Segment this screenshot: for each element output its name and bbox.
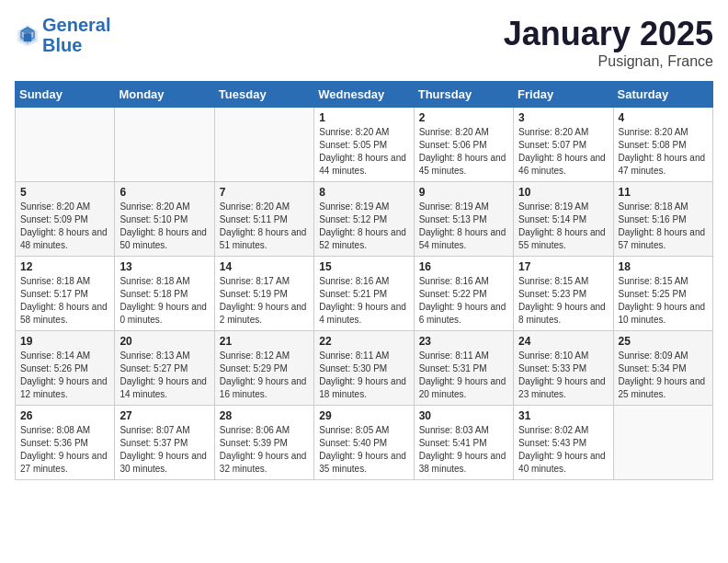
daylight-text: Daylight: 9 hours and 27 minutes. [20,451,108,474]
calendar-cell: 10 Sunrise: 8:19 AM Sunset: 5:14 PM Dayl… [514,182,613,257]
day-number: 22 [319,335,408,348]
daylight-text: Daylight: 9 hours and 18 minutes. [319,376,406,399]
day-info: Sunrise: 8:18 AM Sunset: 5:16 PM Dayligh… [619,201,708,252]
day-info: Sunrise: 8:20 AM Sunset: 5:05 PM Dayligh… [319,126,408,178]
sunset-text: Sunset: 5:22 PM [419,289,487,299]
sunset-text: Sunset: 5:13 PM [419,214,487,224]
day-number: 4 [619,111,708,124]
day-info: Sunrise: 8:15 AM Sunset: 5:23 PM Dayligh… [518,275,608,327]
day-info: Sunrise: 8:16 AM Sunset: 5:22 PM Dayligh… [419,275,508,327]
day-number: 26 [20,409,109,422]
calendar-cell: 6 Sunrise: 8:20 AM Sunset: 5:10 PM Dayli… [115,182,214,257]
sunrise-text: Sunrise: 8:02 AM [518,425,588,435]
daylight-text: Daylight: 8 hours and 51 minutes. [220,227,307,250]
daylight-text: Daylight: 8 hours and 48 minutes. [20,227,108,250]
calendar-cell: 20 Sunrise: 8:13 AM Sunset: 5:27 PM Dayl… [115,331,214,406]
sunrise-text: Sunrise: 8:18 AM [619,201,688,212]
day-header-wednesday: Wednesday [314,82,414,108]
logo-line1: General [42,15,110,35]
sunset-text: Sunset: 5:07 PM [518,140,586,150]
sunset-text: Sunset: 5:08 PM [619,140,687,150]
day-info: Sunrise: 8:14 AM Sunset: 5:26 PM Dayligh… [20,350,109,401]
day-info: Sunrise: 8:13 AM Sunset: 5:27 PM Dayligh… [119,350,209,401]
daylight-text: Daylight: 9 hours and 16 minutes. [220,376,307,399]
sunrise-text: Sunrise: 8:20 AM [220,201,290,212]
day-info: Sunrise: 8:18 AM Sunset: 5:18 PM Dayligh… [119,275,209,327]
day-number: 30 [419,409,508,422]
sunrise-text: Sunrise: 8:18 AM [119,276,189,286]
daylight-text: Daylight: 9 hours and 8 minutes. [518,302,606,325]
day-info: Sunrise: 8:19 AM Sunset: 5:14 PM Dayligh… [518,201,608,252]
sunset-text: Sunset: 5:27 PM [119,363,188,373]
day-number: 8 [319,186,408,199]
day-number: 29 [319,409,408,422]
calendar-cell: 29 Sunrise: 8:05 AM Sunset: 5:40 PM Dayl… [314,406,414,480]
day-number: 9 [419,186,508,199]
day-number: 10 [518,186,608,199]
sunrise-text: Sunrise: 8:20 AM [619,127,688,137]
day-number: 25 [619,335,708,348]
day-number: 27 [119,409,209,422]
calendar-cell: 5 Sunrise: 8:20 AM Sunset: 5:09 PM Dayli… [16,182,115,257]
calendar-cell: 16 Sunrise: 8:16 AM Sunset: 5:22 PM Dayl… [414,257,513,331]
day-number: 3 [518,111,608,124]
day-info: Sunrise: 8:08 AM Sunset: 5:36 PM Dayligh… [20,424,109,476]
day-header-saturday: Saturday [613,82,712,108]
daylight-text: Daylight: 9 hours and 10 minutes. [619,302,706,325]
daylight-text: Daylight: 8 hours and 54 minutes. [419,227,506,250]
calendar-cell: 9 Sunrise: 8:19 AM Sunset: 5:13 PM Dayli… [414,182,513,257]
daylight-text: Daylight: 8 hours and 57 minutes. [619,227,706,250]
day-header-friday: Friday [514,82,613,108]
day-info: Sunrise: 8:06 AM Sunset: 5:39 PM Dayligh… [220,424,309,476]
week-row-2: 5 Sunrise: 8:20 AM Sunset: 5:09 PM Dayli… [16,182,713,257]
sunset-text: Sunset: 5:37 PM [119,438,188,448]
day-info: Sunrise: 8:12 AM Sunset: 5:29 PM Dayligh… [220,350,309,401]
day-number: 11 [619,186,708,199]
day-info: Sunrise: 8:17 AM Sunset: 5:19 PM Dayligh… [220,275,309,327]
calendar-cell: 13 Sunrise: 8:18 AM Sunset: 5:18 PM Dayl… [115,257,214,331]
sunset-text: Sunset: 5:14 PM [518,214,586,224]
daylight-text: Daylight: 9 hours and 2 minutes. [220,302,307,325]
day-number: 24 [518,335,608,348]
day-info: Sunrise: 8:20 AM Sunset: 5:08 PM Dayligh… [619,126,708,178]
day-number: 28 [220,409,309,422]
calendar-cell: 23 Sunrise: 8:11 AM Sunset: 5:31 PM Dayl… [414,331,513,406]
sunrise-text: Sunrise: 8:20 AM [20,201,90,212]
sunset-text: Sunset: 5:16 PM [619,214,687,224]
calendar-cell: 19 Sunrise: 8:14 AM Sunset: 5:26 PM Dayl… [16,331,115,406]
daylight-text: Daylight: 8 hours and 52 minutes. [319,227,406,250]
sunset-text: Sunset: 5:06 PM [419,140,487,150]
day-info: Sunrise: 8:09 AM Sunset: 5:34 PM Dayligh… [619,350,708,401]
sunset-text: Sunset: 5:19 PM [220,289,288,299]
sunrise-text: Sunrise: 8:05 AM [319,425,389,435]
sunset-text: Sunset: 5:40 PM [319,438,387,448]
calendar-cell: 4 Sunrise: 8:20 AM Sunset: 5:08 PM Dayli… [613,108,712,182]
day-info: Sunrise: 8:19 AM Sunset: 5:13 PM Dayligh… [419,201,508,252]
sunrise-text: Sunrise: 8:14 AM [20,350,90,361]
sunrise-text: Sunrise: 8:10 AM [518,350,588,361]
daylight-text: Daylight: 9 hours and 38 minutes. [419,451,506,474]
daylight-text: Daylight: 8 hours and 44 minutes. [319,153,406,176]
page-header: General Blue January 2025 Pusignan, Fran… [15,15,713,70]
sunset-text: Sunset: 5:25 PM [619,289,687,299]
day-number: 17 [518,260,608,273]
day-info: Sunrise: 8:16 AM Sunset: 5:21 PM Dayligh… [319,275,408,327]
sunset-text: Sunset: 5:30 PM [319,363,387,373]
sunset-text: Sunset: 5:12 PM [319,214,387,224]
day-info: Sunrise: 8:15 AM Sunset: 5:25 PM Dayligh… [619,275,708,327]
day-header-tuesday: Tuesday [214,82,313,108]
logo: General Blue [15,15,110,55]
day-info: Sunrise: 8:03 AM Sunset: 5:41 PM Dayligh… [419,424,508,476]
sunset-text: Sunset: 5:36 PM [20,438,88,448]
sunset-text: Sunset: 5:41 PM [419,438,487,448]
daylight-text: Daylight: 8 hours and 47 minutes. [619,153,706,176]
day-info: Sunrise: 8:05 AM Sunset: 5:40 PM Dayligh… [319,424,408,476]
calendar-cell: 8 Sunrise: 8:19 AM Sunset: 5:12 PM Dayli… [314,182,414,257]
week-row-5: 26 Sunrise: 8:08 AM Sunset: 5:36 PM Dayl… [16,406,713,480]
sunset-text: Sunset: 5:18 PM [119,289,188,299]
sunrise-text: Sunrise: 8:19 AM [319,201,389,212]
calendar-cell: 14 Sunrise: 8:17 AM Sunset: 5:19 PM Dayl… [214,257,313,331]
calendar-cell: 25 Sunrise: 8:09 AM Sunset: 5:34 PM Dayl… [613,331,712,406]
sunrise-text: Sunrise: 8:06 AM [220,425,290,435]
logo-line2: Blue [42,35,82,55]
